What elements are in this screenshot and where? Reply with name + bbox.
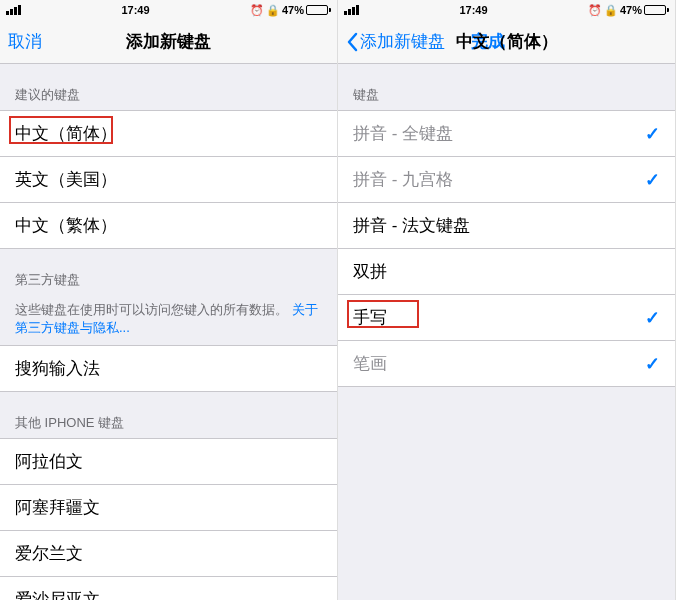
phone-right: 17:49 ⏰ 🔒 47% 添加新键盘 中文（简体） 完成 键盘 拼音 - 全键… <box>338 0 676 600</box>
item-label: 笔画 <box>353 352 387 375</box>
item-label: 英文（美国） <box>15 168 117 191</box>
back-label: 添加新键盘 <box>360 30 445 53</box>
battery-icon <box>644 5 669 15</box>
list-suggested: 中文（简体） 英文（美国） 中文（繁体） <box>0 110 337 249</box>
item-label: 双拼 <box>353 260 387 283</box>
checkmark-icon: ✓ <box>645 307 660 329</box>
checkmark-icon: ✓ <box>645 353 660 375</box>
status-bar: 17:49 ⏰ 🔒 47% <box>0 0 337 20</box>
list-thirdparty: 搜狗输入法 <box>0 345 337 392</box>
list-item[interactable]: 爱尔兰文 <box>0 531 337 577</box>
section-header-suggested: 建议的键盘 <box>0 64 337 110</box>
list-item[interactable]: 阿拉伯文 <box>0 439 337 485</box>
battery-icon <box>306 5 331 15</box>
status-time: 17:49 <box>359 4 588 16</box>
phone-left: 17:49 ⏰ 🔒 47% 取消 添加新键盘 建议的键盘 中文（简体） 英文（美… <box>0 0 338 600</box>
list-item[interactable]: 英文（美国） <box>0 157 337 203</box>
nav-title: 中文（简体） <box>456 30 558 53</box>
nav-title: 添加新键盘 <box>126 30 211 53</box>
footer-text: 这些键盘在使用时可以访问您键入的所有数据。 <box>15 302 288 317</box>
list-item[interactable]: 中文（简体） <box>0 111 337 157</box>
status-bar: 17:49 ⏰ 🔒 47% <box>338 0 675 20</box>
list-item[interactable]: 拼音 - 全键盘 ✓ <box>338 111 675 157</box>
section-header-keyboard: 键盘 <box>338 64 675 110</box>
chevron-left-icon <box>346 32 358 52</box>
list-item[interactable]: 拼音 - 九宫格 ✓ <box>338 157 675 203</box>
list-item[interactable]: 手写 ✓ <box>338 295 675 341</box>
list-other: 阿拉伯文 阿塞拜疆文 爱尔兰文 爱沙尼亚文 奥里亚文 白俄罗斯文 <box>0 438 337 600</box>
rotation-lock-icon: 🔒 <box>266 4 280 17</box>
list-item[interactable]: 拼音 - 法文键盘 <box>338 203 675 249</box>
item-label: 中文（简体） <box>15 122 117 145</box>
signal-icon <box>6 5 21 15</box>
nav-bar: 添加新键盘 中文（简体） 完成 <box>338 20 675 64</box>
item-label: 阿拉伯文 <box>15 450 83 473</box>
item-label: 阿塞拜疆文 <box>15 496 100 519</box>
section-header-thirdparty: 第三方键盘 <box>0 249 337 295</box>
checkmark-icon: ✓ <box>645 169 660 191</box>
list-options: 拼音 - 全键盘 ✓ 拼音 - 九宫格 ✓ 拼音 - 法文键盘 双拼 手写 ✓ … <box>338 110 675 387</box>
section-header-other: 其他 IPHONE 键盘 <box>0 392 337 438</box>
section-footer-thirdparty: 这些键盘在使用时可以访问您键入的所有数据。 关于第三方键盘与隐私... <box>0 295 337 345</box>
signal-icon <box>344 5 359 15</box>
battery-pct: 47% <box>620 4 642 16</box>
checkmark-icon: ✓ <box>645 123 660 145</box>
item-label: 搜狗输入法 <box>15 357 100 380</box>
back-button[interactable]: 添加新键盘 <box>346 30 445 53</box>
list-item[interactable]: 爱沙尼亚文 <box>0 577 337 600</box>
item-label: 中文（繁体） <box>15 214 117 237</box>
item-label: 爱沙尼亚文 <box>15 588 100 600</box>
status-time: 17:49 <box>21 4 250 16</box>
battery-pct: 47% <box>282 4 304 16</box>
nav-bar: 取消 添加新键盘 <box>0 20 337 64</box>
cancel-button[interactable]: 取消 <box>8 30 42 53</box>
rotation-lock-icon: 🔒 <box>604 4 618 17</box>
alarm-icon: ⏰ <box>250 4 264 17</box>
list-item[interactable]: 搜狗输入法 <box>0 346 337 391</box>
item-label: 拼音 - 法文键盘 <box>353 214 470 237</box>
item-label: 拼音 - 九宫格 <box>353 168 453 191</box>
list-item[interactable]: 笔画 ✓ <box>338 341 675 386</box>
item-label: 爱尔兰文 <box>15 542 83 565</box>
item-label: 拼音 - 全键盘 <box>353 122 453 145</box>
list-item[interactable]: 双拼 <box>338 249 675 295</box>
list-item[interactable]: 阿塞拜疆文 <box>0 485 337 531</box>
alarm-icon: ⏰ <box>588 4 602 17</box>
item-label: 手写 <box>353 306 387 329</box>
list-item[interactable]: 中文（繁体） <box>0 203 337 248</box>
